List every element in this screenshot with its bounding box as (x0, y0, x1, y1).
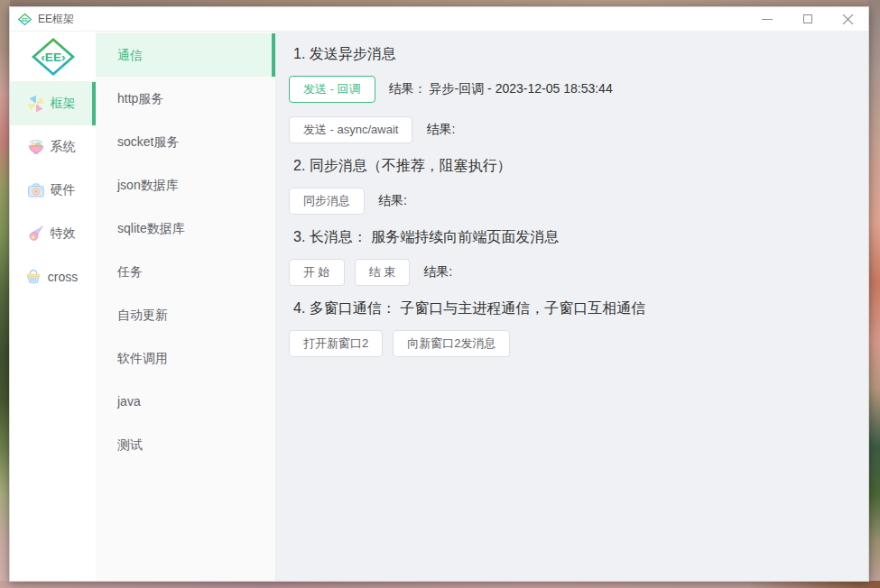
send-to-window2-button[interactable]: 向新窗口2发消息 (393, 330, 510, 357)
comet-icon (27, 225, 45, 243)
bowl-icon (27, 138, 45, 156)
menu-item-http-service[interactable]: http服务 (96, 77, 275, 120)
close-button[interactable] (828, 7, 868, 31)
menu-item-test[interactable]: 测试 (96, 423, 275, 466)
section-async-message: 1. 发送异步消息 发送 - 回调 结果： 异步-回调 - 2023-12-05… (289, 45, 854, 143)
menu-item-jobs[interactable]: 任务 (96, 250, 275, 293)
button-row: 发送 - 回调 结果： 异步-回调 - 2023-12-05 18:53:44 (289, 76, 854, 103)
sidebar-item-label: cross (48, 270, 78, 284)
open-window2-button[interactable]: 打开新窗口2 (289, 330, 383, 357)
sidebar-logo-block[interactable]: ‹EE› (10, 32, 96, 82)
maximize-button[interactable] (787, 7, 828, 31)
result-value: 异步-回调 - 2023-12-05 18:53:44 (430, 81, 613, 97)
sync-message-button[interactable]: 同步消息 (289, 188, 365, 215)
wallpaper-bottom (0, 581, 880, 588)
menu-item-sqlite-database[interactable]: sqlite数据库 (96, 207, 275, 250)
sidebar-item-cross[interactable]: cross (10, 255, 96, 299)
stop-button[interactable]: 结 束 (355, 259, 411, 286)
result-label: 结果: (426, 122, 455, 138)
sidebar-item-label: 系统 (51, 139, 76, 155)
menu-item-auto-update[interactable]: 自动更新 (96, 293, 275, 336)
content-pane: 1. 发送异步消息 发送 - 回调 结果： 异步-回调 - 2023-12-05… (276, 32, 868, 581)
title-bar[interactable]: ‹EE› EE框架 (10, 7, 868, 32)
svg-text:‹EE›: ‹EE› (41, 51, 65, 64)
section-heading: 1. 发送异步消息 (293, 45, 854, 64)
sidebar-item-effects[interactable]: 特效 (10, 212, 96, 255)
camera-icon (27, 181, 45, 199)
app-window: ‹EE› EE框架 ‹EE› (9, 6, 869, 582)
section-heading: 3. 长消息： 服务端持续向前端页面发消息 (293, 228, 854, 247)
ee-logo-icon: ‹EE› (18, 13, 32, 26)
send-callback-button[interactable]: 发送 - 回调 (289, 76, 375, 103)
secondary-menu: 通信 http服务 socket服务 json数据库 sqlite数据库 任务 … (96, 32, 276, 581)
menu-item-socket-service[interactable]: socket服务 (96, 120, 275, 163)
minimize-button[interactable] (746, 7, 787, 31)
maximize-icon (803, 14, 812, 23)
section-sync-message: 2. 同步消息（不推荐，阻塞执行） 同步消息 结果: (289, 157, 854, 215)
sidebar-item-system[interactable]: 系统 (10, 125, 96, 169)
sidebar-item-label: 硬件 (51, 182, 76, 198)
sidebar-item-label: 框架 (51, 96, 76, 112)
pinwheel-icon (27, 95, 45, 113)
main-area: ‹EE› 框架 (10, 32, 868, 581)
sidebar-item-hardware[interactable]: 硬件 (10, 169, 96, 212)
section-long-message: 3. 长消息： 服务端持续向前端页面发消息 开 始 结 束 结果: (289, 228, 854, 286)
send-async-await-button[interactable]: 发送 - async/await (289, 116, 412, 143)
menu-item-java[interactable]: java (96, 380, 275, 423)
basket-icon (24, 268, 42, 286)
result-label: 结果: (423, 264, 452, 280)
section-multi-window: 4. 多窗口通信： 子窗口与主进程通信，子窗口互相通信 打开新窗口2 向新窗口2… (289, 299, 854, 357)
section-heading: 4. 多窗口通信： 子窗口与主进程通信，子窗口互相通信 (293, 299, 854, 318)
close-icon (842, 14, 854, 25)
button-row: 发送 - async/await 结果: (289, 116, 854, 143)
sidebar-item-framework[interactable]: 框架 (10, 82, 96, 125)
icon-sidebar: ‹EE› 框架 (10, 32, 96, 581)
menu-item-communication[interactable]: 通信 (96, 33, 275, 77)
button-row: 打开新窗口2 向新窗口2发消息 (289, 330, 854, 357)
start-button[interactable]: 开 始 (289, 259, 345, 286)
menu-item-software-invoke[interactable]: 软件调用 (96, 336, 275, 380)
svg-text:‹EE›: ‹EE› (21, 17, 30, 22)
button-row: 同步消息 结果: (289, 188, 854, 215)
wallpaper-right (868, 0, 880, 588)
section-heading: 2. 同步消息（不推荐，阻塞执行） (293, 157, 854, 176)
sidebar-item-label: 特效 (51, 225, 76, 242)
result-label: 结果: (378, 193, 407, 209)
result-label: 结果： (389, 81, 427, 97)
button-row: 开 始 结 束 结果: (289, 259, 854, 286)
menu-item-json-database[interactable]: json数据库 (96, 163, 275, 207)
ee-diamond-logo: ‹EE› (32, 38, 75, 76)
minimize-icon (762, 19, 773, 20)
window-title: EE框架 (38, 12, 74, 27)
window-controls (746, 7, 868, 31)
